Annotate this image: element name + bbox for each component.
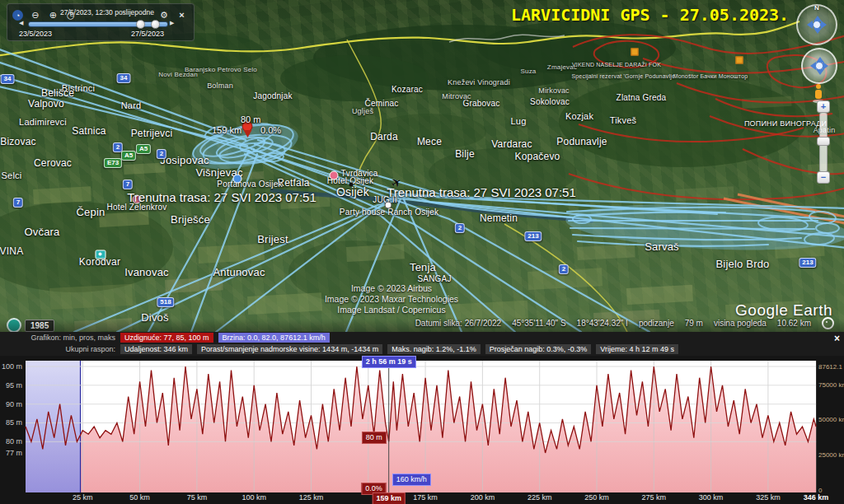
white-poi-icon[interactable] — [385, 202, 392, 209]
road-badge: 2 — [157, 149, 166, 159]
historical-clock-icon[interactable] — [7, 318, 21, 332]
orangesq-poi-icon[interactable] — [631, 49, 639, 56]
avg-slope-stat: Prosječan nagib: 0.3%, -0.3% — [485, 344, 592, 354]
pegman-icon[interactable] — [813, 84, 824, 102]
map-label: Osijek — [336, 186, 369, 198]
imagery-copyright: Image © 2023 Airbus Image © 2023 Maxar T… — [272, 283, 511, 315]
blue-poi-icon[interactable] — [233, 175, 242, 184]
road-badge: 2 — [559, 264, 569, 274]
map-label: Selci — [2, 171, 22, 180]
map-label: Tikveš — [610, 116, 637, 125]
map-label: Specijalni rezervat 'Gornje Podunavlje' — [571, 73, 676, 79]
range-stats-label: Ukupni raspon: — [25, 345, 115, 353]
elevation-label: podizanje — [639, 319, 674, 328]
map-label: Briješće — [171, 214, 210, 225]
x-axis-distance-tick: 75 km — [187, 493, 208, 502]
pin-tail — [243, 130, 251, 142]
road-badge: 34 — [1, 74, 15, 84]
look-left-arrow-icon[interactable] — [803, 21, 813, 29]
map-label: Divoš — [141, 312, 169, 323]
zoom-slider-handle[interactable] — [817, 137, 830, 146]
copyright-line: Image © 2023 Airbus — [272, 283, 511, 294]
x-axis-distance-tick: 346 km — [804, 493, 829, 502]
google-earth-window: BistrinciBelišćeValpovoNardLadimirevciSa… — [0, 0, 844, 504]
pin-slope-label: 0.0% — [260, 125, 281, 135]
copyright-line: Image © 2023 Maxar Technologies — [272, 294, 511, 305]
map-label: VINA — [0, 246, 23, 256]
pan-control[interactable] — [801, 48, 837, 84]
compass-north-label: N — [814, 4, 819, 12]
zoom-out-button[interactable] — [817, 171, 830, 184]
timeline-zoom-out-icon[interactable] — [30, 10, 40, 21]
pan-right-arrow-icon[interactable] — [823, 62, 832, 70]
eye-icon — [822, 317, 834, 329]
cursor-time-tooltip: 2 h 56 m 19 s — [362, 356, 416, 368]
look-right-arrow-icon[interactable] — [821, 21, 831, 29]
look-down-arrow-icon[interactable] — [814, 28, 822, 38]
map-label: Baranjsko Petrovo Selo — [185, 67, 257, 73]
cursor-distance-tooltip: 159 km — [372, 492, 406, 504]
close-chart-button[interactable] — [834, 333, 840, 344]
map-label: Kozjak — [565, 112, 593, 121]
time-slider-close-icon[interactable] — [176, 10, 187, 21]
pink-poi-icon[interactable] — [330, 171, 339, 180]
current-track-label: Trenutna trasa: 27 SVI 2023 07:51 — [387, 185, 576, 199]
road-badge: 7 — [13, 198, 23, 208]
play-icon[interactable] — [170, 20, 174, 26]
map-label: Bilje — [455, 149, 475, 159]
orangesq-poi-icon[interactable] — [736, 57, 743, 64]
map-label: Bizovac — [0, 137, 35, 147]
map-label: Čepin — [77, 207, 106, 217]
black-poi-icon[interactable] — [349, 183, 354, 187]
map-label: Uglješ — [352, 108, 373, 115]
time-slider[interactable]: 27/5/2023, 12:30 poslijepodne 23/5/2023 … — [7, 3, 195, 41]
map-label: Tvrđavica — [340, 170, 377, 178]
x-axis-distance-tick: 200 km — [471, 493, 495, 502]
historical-imagery-year-button[interactable]: 1985 — [25, 320, 54, 332]
map-viewport[interactable]: BistrinciBelišćeValpovoNardLadimirevciSa… — [0, 0, 844, 332]
map-label: Vardarac — [491, 139, 532, 149]
y-axis-speed-tick: 25000 km/h — [818, 451, 844, 459]
step-back-icon[interactable] — [19, 20, 23, 26]
title-overlay: LARVICIDNI GPS - 27.05.2023. — [511, 5, 789, 25]
chart-stats-bar: Grafikon: min, pros, maks Uzdignuće: 77,… — [0, 332, 844, 356]
map-label: VIKEND NASELJE DARAŽI FOK — [572, 62, 661, 68]
pin-elevation-label: 80 m — [241, 114, 260, 124]
pan-down-arrow-icon[interactable] — [816, 69, 824, 79]
map-label: Sokolovac — [530, 98, 570, 106]
compass-look-control[interactable]: N — [796, 4, 837, 45]
x-axis-distance-tick: 250 km — [584, 493, 609, 502]
time-slider-handle-start[interactable] — [136, 20, 145, 29]
time-slider-handle-end[interactable] — [151, 20, 160, 29]
zoom-slider[interactable] — [818, 100, 828, 183]
map-label: Bijelo Brdo — [715, 259, 769, 269]
time-stat: Vrijeme: 4 h 12 m 49 s — [596, 344, 678, 354]
time-slider-track[interactable] — [28, 21, 168, 27]
map-label: Nard — [121, 101, 142, 110]
map-label: Monoštor Бачки Моноштор — [673, 73, 748, 79]
y-axis-elevation-tick: 90 m — [0, 400, 22, 408]
road-badge: 7 — [123, 180, 133, 189]
timeline-zoom-in-icon[interactable] — [48, 10, 59, 21]
zoom-in-button[interactable] — [817, 100, 830, 113]
range-end-date: 27/5/2023 — [131, 30, 164, 38]
road-badge: 518 — [157, 297, 174, 307]
compass-center-icon[interactable] — [813, 21, 821, 29]
map-label: Darda — [370, 132, 398, 142]
map-label: Podunavlje — [556, 137, 607, 147]
camera-poi-icon[interactable] — [96, 250, 106, 259]
cursor-elevation-tooltip: 80 m — [362, 432, 387, 444]
map-label: Kopačevo — [515, 152, 560, 161]
y-axis-speed-tick: 75000 km/h — [818, 381, 844, 389]
historical-imagery-control[interactable]: 1985 — [7, 318, 54, 332]
map-label: Portanova Osijek — [217, 180, 282, 189]
pan-center-icon[interactable] — [815, 62, 823, 70]
x-axis-distance-tick: 50 km — [129, 493, 150, 502]
speed-stats-badge: Brzina: 0.0, 82.0, 87612.1 km/h — [218, 333, 330, 343]
imagery-date: Datumi slika: 26/7/2022 — [415, 319, 502, 328]
map-label: Hotel Zelenkrov — [106, 203, 166, 212]
elevation-profile-panel[interactable]: 100 m95 m90 m85 m80 m77 m87612.1 km/h750… — [0, 356, 844, 504]
map-label: Lug — [511, 117, 527, 126]
eye-altitude-label: visina pogleda — [714, 319, 767, 328]
settings-wrench-icon[interactable] — [159, 10, 170, 21]
